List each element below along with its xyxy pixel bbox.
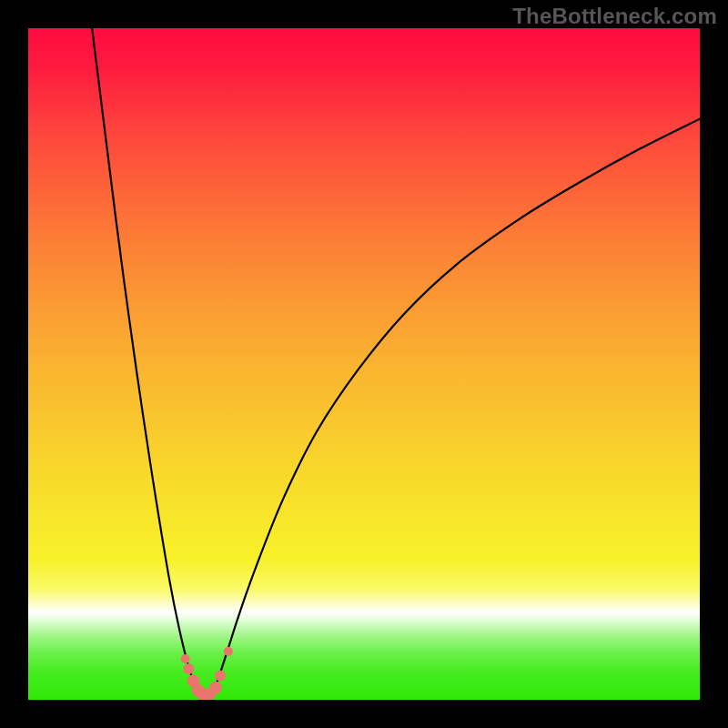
valley-marker xyxy=(215,670,226,681)
watermark-text: TheBottleneck.com xyxy=(512,4,717,29)
chart-frame: TheBottleneck.com xyxy=(0,0,728,728)
valley-marker xyxy=(181,654,190,663)
plot-area xyxy=(28,28,700,700)
valley-marker xyxy=(209,682,222,694)
left-curve xyxy=(92,28,201,696)
valley-marker xyxy=(224,647,233,656)
curve-layer xyxy=(28,28,700,700)
right-curve xyxy=(211,119,700,696)
valley-marker xyxy=(183,663,194,674)
